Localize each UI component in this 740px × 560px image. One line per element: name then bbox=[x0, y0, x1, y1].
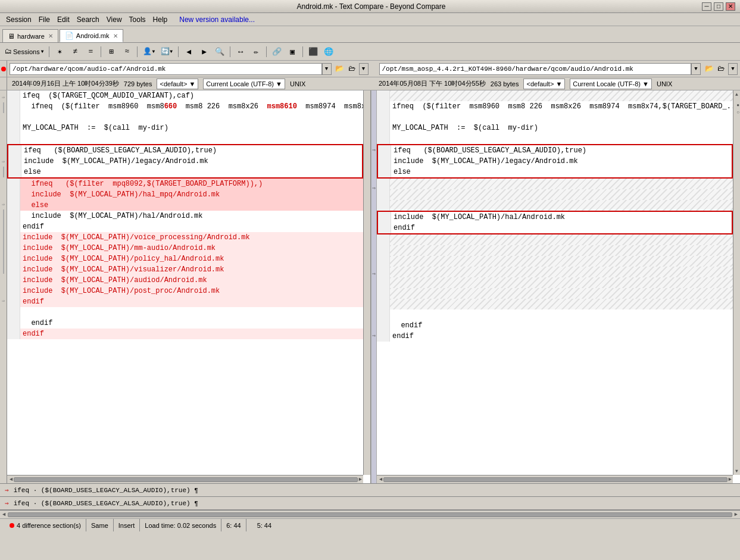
right-text-7: include $(MY_LOCAL_PATH)/legacy/Android.… bbox=[391, 156, 732, 167]
menu-new-version[interactable]: New version available... bbox=[176, 14, 258, 25]
menu-tools[interactable]: Tools bbox=[126, 14, 149, 25]
tab-hardware-close[interactable]: ✕ bbox=[48, 33, 53, 39]
profile-dropdown[interactable]: 👤 ▼ bbox=[140, 45, 157, 58]
btn-section2[interactable]: ⬛ bbox=[306, 45, 320, 58]
left-line-22: endif bbox=[7, 318, 363, 329]
left-line-15: include $(MY_LOCAL_PATH)/mm-audio/Androi… bbox=[7, 243, 363, 254]
compare-bar-2: ⇒ ifeq · ($(BOARD_USES_LEGACY_ALSA_AUDIO… bbox=[0, 497, 740, 510]
left-path-dropdown[interactable]: ▼ bbox=[322, 63, 332, 75]
sessions-dropdown[interactable]: 🗂 Sessions ▼ bbox=[2, 45, 46, 58]
right-panel-scroll[interactable]: ifneq ($(filter msm8960 msm8 226 msm8x26… bbox=[377, 90, 740, 483]
minimize-button[interactable]: ─ bbox=[702, 2, 711, 11]
btn-approx[interactable]: ≈ bbox=[120, 45, 134, 58]
vscroll-down[interactable]: ▼ bbox=[735, 468, 738, 474]
btn-link[interactable]: 🔗 bbox=[270, 45, 284, 58]
compare-bar-1: ⇒ ifeq · ($(BOARD_USES_LEGACY_ALSA_AUDIO… bbox=[0, 484, 740, 497]
left-open-btn[interactable]: 📂 bbox=[334, 63, 346, 75]
left-vscrollbar[interactable] bbox=[363, 90, 370, 475]
main-scroll-right[interactable]: ► bbox=[735, 512, 738, 518]
btn-neq[interactable]: ≠ bbox=[68, 45, 82, 58]
menu-edit[interactable]: Edit bbox=[54, 14, 73, 25]
btn-next-diff[interactable]: ▶ bbox=[197, 45, 211, 58]
btn-asterisk[interactable]: ✶ bbox=[52, 45, 67, 58]
tab-androidmk[interactable]: 📄 Android.mk ✕ bbox=[60, 29, 123, 42]
left-line-23: endif bbox=[7, 329, 363, 339]
left-encoding-default[interactable]: <default> ▼ bbox=[157, 79, 198, 89]
left-scroll-right[interactable]: ► bbox=[359, 477, 362, 483]
left-text-2: ifneq ($(filter msm8960 msm8660 msm8 226… bbox=[20, 101, 370, 112]
right-gutter-18 bbox=[377, 277, 390, 288]
left-scroll-thumb[interactable] bbox=[14, 477, 357, 482]
right-folder-dropdown[interactable]: ▼ bbox=[728, 63, 738, 75]
left-info-section: 2014年09月16日 上午 10时04分39秒 729 bytes <defa… bbox=[7, 79, 373, 89]
toolbar-sep4 bbox=[178, 46, 179, 57]
btn-section1[interactable]: ▣ bbox=[285, 45, 299, 58]
menu-view[interactable]: View bbox=[103, 14, 126, 25]
right-hscrollbar[interactable]: ◄ ► bbox=[377, 475, 733, 483]
left-line-7: include $(MY_LOCAL_PATH)/legacy/Android.… bbox=[7, 156, 363, 167]
right-gutter-10 bbox=[377, 189, 390, 200]
maximize-button[interactable]: □ bbox=[714, 2, 723, 11]
btn-edit[interactable]: ✏ bbox=[249, 45, 263, 58]
left-gutter-18 bbox=[7, 275, 20, 286]
action-dropdown[interactable]: 🔄 ▼ bbox=[158, 45, 175, 58]
connector-arrow2: ⇒ bbox=[372, 184, 376, 192]
main-hscrollbar[interactable]: ◄ ► bbox=[0, 510, 740, 518]
left-encoding[interactable]: Current Locale (UTF-8) ▼ bbox=[203, 79, 285, 89]
left-text-17: include $(MY_LOCAL_PATH)/visualizer/Andr… bbox=[20, 264, 363, 275]
right-text-15 bbox=[390, 245, 733, 256]
main-scroll-left[interactable]: ◄ bbox=[2, 512, 5, 518]
right-path-input[interactable] bbox=[379, 63, 692, 75]
right-vscrollbar[interactable]: ▲ ▼ ● ○ bbox=[733, 90, 740, 475]
left-text-1: ifeq ($(TARGET_QCOM_AUDIO_VARIANT),caf) bbox=[20, 90, 363, 101]
right-line-18 bbox=[377, 277, 733, 288]
btn-grid1[interactable]: ⊞ bbox=[104, 45, 118, 58]
right-folder-btn[interactable]: 🗁 bbox=[715, 63, 727, 75]
right-scroll-thumb[interactable] bbox=[383, 477, 727, 482]
titlebar: Android.mk - Text Compare - Beyond Compa… bbox=[0, 0, 740, 13]
left-folder-dropdown[interactable]: ▼ bbox=[359, 63, 369, 75]
menu-help[interactable]: Help bbox=[149, 14, 171, 25]
right-line-1 bbox=[377, 90, 733, 101]
left-line-3 bbox=[7, 112, 363, 123]
tab-hardware-label: hardware bbox=[17, 33, 45, 40]
main-scroll-thumb[interactable] bbox=[8, 512, 732, 517]
right-path-section: ▼ 📂 🗁 ▼ bbox=[377, 62, 741, 76]
menu-search[interactable]: Search bbox=[73, 14, 103, 25]
right-encoding-default[interactable]: <default> ▼ bbox=[523, 79, 565, 89]
right-open-btn[interactable]: 📂 bbox=[703, 63, 715, 75]
compare-icon-1: ⇒ bbox=[5, 486, 9, 494]
left-text-3 bbox=[20, 112, 363, 123]
menu-file[interactable]: File bbox=[35, 14, 54, 25]
vscroll-up[interactable]: ▲ bbox=[735, 92, 738, 97]
btn-eq[interactable]: = bbox=[83, 45, 98, 58]
btn-search[interactable]: 🔍 bbox=[213, 45, 227, 58]
left-gutter-17 bbox=[7, 264, 20, 275]
status-diff-text: 4 difference section(s) bbox=[17, 522, 81, 529]
tab-androidmk-close[interactable]: ✕ bbox=[113, 33, 118, 39]
right-gutter-5 bbox=[377, 133, 390, 144]
left-path-input[interactable] bbox=[10, 63, 322, 75]
right-line-16 bbox=[377, 256, 733, 267]
menu-session[interactable]: Session bbox=[2, 14, 35, 25]
left-panel-scroll[interactable]: ifeq ($(TARGET_QCOM_AUDIO_VARIANT),caf) … bbox=[7, 90, 370, 483]
left-text-6: ifeq ($(BOARD_USES_LEGACY_ALSA_AUDIO),tr… bbox=[21, 145, 362, 156]
status-same-text: Same bbox=[91, 522, 108, 529]
left-scroll-left[interactable]: ◄ bbox=[10, 477, 13, 483]
left-date: 2014年09月16日 上午 10时04分39秒 bbox=[12, 79, 119, 88]
right-text-3 bbox=[390, 112, 733, 123]
strip-line1 bbox=[3, 102, 4, 113]
right-encoding[interactable]: Current Locale (UTF-8) ▼ bbox=[570, 79, 652, 89]
btn-globe[interactable]: 🌐 bbox=[321, 45, 336, 58]
btn-swap[interactable]: ↔ bbox=[233, 45, 248, 58]
right-gutter-13 bbox=[378, 223, 391, 233]
left-folder-btn[interactable]: 🗁 bbox=[346, 63, 358, 75]
tab-hardware[interactable]: 🖥 hardware ✕ bbox=[2, 29, 58, 42]
right-path-dropdown[interactable]: ▼ bbox=[691, 63, 701, 75]
btn-prev-diff[interactable]: ◀ bbox=[182, 45, 196, 58]
close-button[interactable]: ✕ bbox=[726, 2, 735, 11]
right-scroll-left[interactable]: ◄ bbox=[379, 477, 382, 483]
left-hscrollbar[interactable]: ◄ ► bbox=[7, 475, 363, 483]
right-gutter-21 bbox=[377, 309, 390, 320]
right-scroll-right[interactable]: ► bbox=[729, 477, 732, 483]
